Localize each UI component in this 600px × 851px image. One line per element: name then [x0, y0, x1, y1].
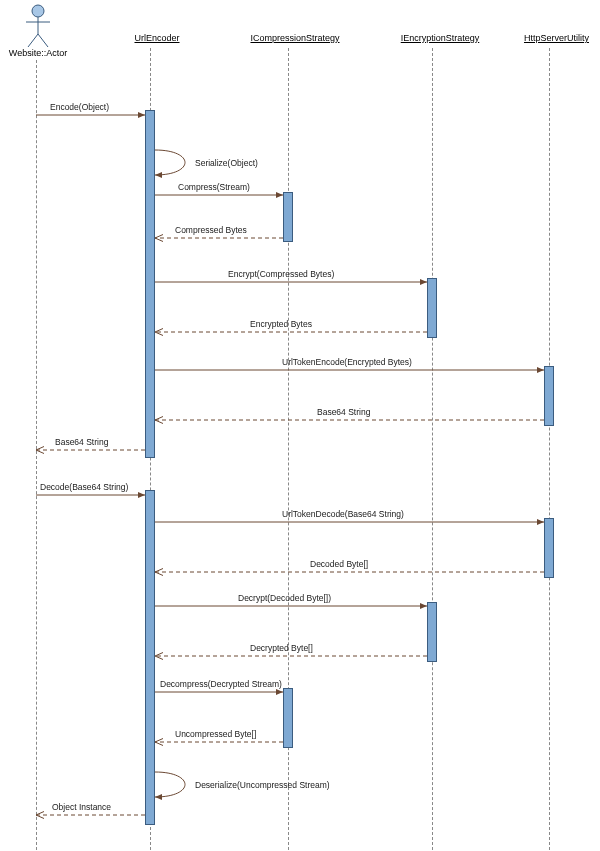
activation-compression-compress	[283, 192, 293, 242]
lifeline-actor	[36, 60, 37, 850]
activation-encryption-decrypt	[427, 602, 437, 662]
participant-urlencoder: UrlEncoder	[115, 28, 199, 48]
participant-httpserver: HttpServerUtility	[507, 28, 600, 48]
msg-urltokenencode: UrlTokenEncode(Encrypted Bytes)	[282, 357, 412, 367]
msg-base64-return: Base64 String	[317, 407, 370, 417]
msg-encrypted-return: Encrypted Bytes	[250, 319, 312, 329]
msg-decrypt: Decrypt(Decoded Byte[])	[238, 593, 331, 603]
participant-encryption: IEncryptionStrategy	[383, 28, 497, 48]
msg-object-return: Object Instance	[52, 802, 111, 812]
msg-uncompressed-return: Uncompressed Byte[]	[175, 729, 256, 739]
svg-line-4	[38, 34, 48, 47]
activation-httpserver-encode	[544, 366, 554, 426]
msg-base64-actor: Base64 String	[55, 437, 108, 447]
participant-compression: ICompressionStrategy	[233, 28, 357, 48]
activation-urlencoder-decode	[145, 490, 155, 825]
msg-deserialize: Deserialize(Uncompressed Stream)	[195, 780, 330, 790]
msg-compress: Compress(Stream)	[178, 182, 250, 192]
msg-decoded-return: Decoded Byte[]	[310, 559, 368, 569]
svg-point-0	[32, 5, 44, 17]
msg-urltokendecode: UrlTokenDecode(Base64 String)	[282, 509, 404, 519]
actor-icon	[23, 4, 53, 48]
lifeline-httpserver	[549, 48, 550, 850]
actor-website: Website::Actor	[8, 4, 68, 58]
msg-serialize: Serialize(Object)	[195, 158, 258, 168]
msg-decompress: Decompress(Decrypted Stream)	[160, 679, 282, 689]
msg-encode: Encode(Object)	[50, 102, 109, 112]
msg-compressed-return: Compressed Bytes	[175, 225, 247, 235]
actor-label: Website::Actor	[8, 48, 68, 58]
msg-encrypt: Encrypt(Compressed Bytes)	[228, 269, 334, 279]
activation-encryption-encrypt	[427, 278, 437, 338]
arrows-overlay	[0, 0, 600, 851]
activation-urlencoder-encode	[145, 110, 155, 458]
activation-httpserver-decode	[544, 518, 554, 578]
lifeline-encryption	[432, 48, 433, 850]
activation-compression-decompress	[283, 688, 293, 748]
svg-line-3	[28, 34, 38, 47]
msg-decrypted-return: Decrypted Byte[]	[250, 643, 313, 653]
msg-decode: Decode(Base64 String)	[40, 482, 128, 492]
